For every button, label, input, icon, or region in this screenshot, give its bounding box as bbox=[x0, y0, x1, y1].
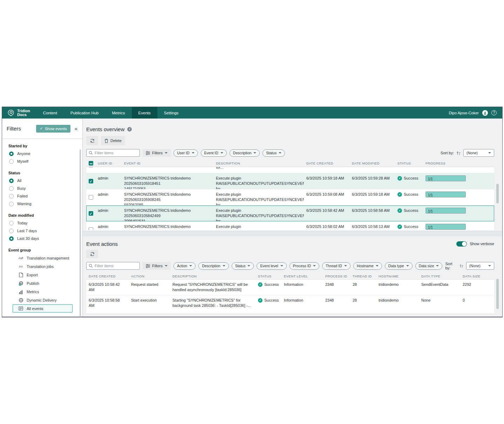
pill-event-level[interactable]: Event level bbox=[257, 262, 286, 270]
events-overview-section: Events overview i Delete bbox=[83, 119, 502, 231]
sort-order-icon[interactable] bbox=[459, 264, 464, 268]
nav-item-publication-hub[interactable]: Publication Hub bbox=[64, 107, 105, 119]
nav-item-events[interactable]: Events bbox=[132, 107, 157, 119]
show-events-button[interactable]: ✓ Show events bbox=[36, 125, 70, 133]
radio-anyone[interactable]: Anyone bbox=[2, 150, 82, 157]
overview-filter-input[interactable] bbox=[95, 151, 137, 155]
status-badge: Success bbox=[404, 176, 418, 181]
table-row[interactable]: admin SYNCHRONIZEMETRICS tridiondemo 202… bbox=[86, 173, 494, 189]
collapse-sidebar-icon[interactable]: « bbox=[73, 126, 79, 132]
col-description: DESCRIPTION bbox=[213, 161, 304, 165]
event-actions-table: DATE CREATED ACTION DESCRIPTION STATUS E… bbox=[86, 273, 494, 314]
col-status: STATUS bbox=[395, 161, 423, 165]
nav-right: Dipo Ajose-Coker ? bbox=[449, 107, 502, 119]
sort-order-icon[interactable] bbox=[456, 151, 461, 155]
event-group-metrics[interactable]: Metrics bbox=[2, 288, 82, 296]
radio-all[interactable]: All bbox=[2, 177, 82, 184]
brand[interactable]: TridionDocs bbox=[2, 107, 36, 119]
radio-warning[interactable]: Warning bbox=[2, 200, 82, 208]
success-icon: ✓ bbox=[397, 192, 402, 197]
pill-thread-id[interactable]: Thread ID bbox=[322, 262, 350, 270]
table-row[interactable]: admin SYNCHRONIZEMETRICS tridiondemo 202… bbox=[86, 222, 494, 230]
user-avatar-icon[interactable] bbox=[482, 110, 488, 116]
col-data-size: DATA SIZE bbox=[460, 274, 494, 278]
filter-group-status: Status All Busy Failed bbox=[2, 165, 82, 208]
success-icon: ✓ bbox=[258, 298, 263, 303]
radio-today[interactable]: Today bbox=[2, 219, 82, 227]
refresh-button[interactable] bbox=[86, 250, 98, 258]
info-icon[interactable]: i bbox=[127, 127, 132, 132]
refresh-icon bbox=[90, 139, 95, 143]
event-group-translation-jobs[interactable]: A≡ Translation jobs bbox=[2, 262, 82, 271]
table-row[interactable]: 6/3/2025 10:58:58 AM Start execution Sta… bbox=[86, 295, 494, 314]
pill-process-id[interactable]: Process ID bbox=[290, 262, 319, 270]
col-data-type: DATA TYPE bbox=[419, 274, 460, 278]
pill-action[interactable]: Action bbox=[173, 262, 196, 270]
nav-item-metrics[interactable]: Metrics bbox=[105, 107, 132, 119]
show-verbose-toggle[interactable] bbox=[456, 241, 467, 247]
chevron-down-icon bbox=[313, 265, 316, 267]
table-row[interactable]: admin SYNCHRONIZEMETRICS tridiondemo 202… bbox=[86, 189, 494, 206]
event-actions-section: Event actions Show verbose bbox=[83, 236, 502, 317]
row-checkbox[interactable] bbox=[89, 195, 93, 200]
pill-event-id[interactable]: Event ID bbox=[201, 149, 227, 157]
col-progress: PROGRESS bbox=[423, 161, 494, 165]
row-checkbox[interactable] bbox=[89, 179, 93, 183]
sidebar-scrollbar[interactable] bbox=[80, 149, 81, 317]
radio-icon bbox=[9, 229, 14, 233]
radio-last-7-days[interactable]: Last 7 days bbox=[2, 227, 82, 235]
refresh-button[interactable] bbox=[86, 136, 98, 145]
event-group-all-events[interactable]: All events bbox=[13, 304, 73, 312]
col-hostname: HOSTNAME bbox=[376, 274, 419, 278]
actions-scrollbar[interactable] bbox=[496, 279, 499, 309]
pill-user-id[interactable]: User ID bbox=[173, 149, 198, 157]
row-checkbox[interactable] bbox=[89, 211, 93, 216]
select-all-checkbox[interactable] bbox=[89, 161, 93, 166]
actions-toolbar bbox=[86, 250, 494, 258]
row-checkbox[interactable] bbox=[89, 167, 93, 167]
event-group-translation-management[interactable]: A⇄ Translation management bbox=[2, 254, 82, 262]
radio-last-30-days[interactable]: Last 30 days bbox=[2, 235, 82, 242]
pill-data-type[interactable]: Data type bbox=[385, 262, 413, 270]
status-badge: Success bbox=[404, 224, 418, 229]
event-group-dynamic-delivery[interactable]: Dynamic Delivery bbox=[2, 296, 82, 304]
radio-failed[interactable]: Failed bbox=[2, 192, 82, 200]
row-checkbox[interactable] bbox=[89, 227, 93, 230]
actions-filter-input[interactable] bbox=[95, 264, 137, 268]
nav-item-content[interactable]: Content bbox=[36, 107, 64, 119]
translation-jobs-icon: A≡ bbox=[18, 264, 23, 269]
check-icon: ✓ bbox=[40, 126, 43, 131]
col-date-created: DATE CREATED bbox=[304, 161, 349, 165]
pill-description[interactable]: Description bbox=[198, 262, 229, 270]
section-divider bbox=[83, 231, 502, 236]
overview-scrollbar[interactable] bbox=[496, 184, 499, 203]
event-actions-title: Event actions bbox=[86, 241, 118, 247]
table-row[interactable]: 1618808989 RAISEPUBLICATIONOUTPUTUPDATES… bbox=[86, 167, 494, 173]
help-icon[interactable]: ? bbox=[491, 110, 497, 115]
pill-status[interactable]: Status bbox=[232, 262, 254, 270]
overview-sort-select[interactable]: (None) bbox=[463, 149, 494, 157]
progress-bar: 1/1 bbox=[425, 175, 466, 181]
radio-icon bbox=[9, 236, 14, 241]
chevron-down-icon bbox=[376, 265, 379, 267]
nav-item-settings[interactable]: Settings bbox=[157, 107, 185, 119]
sort-by-label: Sort by: bbox=[445, 262, 457, 270]
radio-icon bbox=[9, 194, 14, 198]
pill-description[interactable]: Description bbox=[230, 149, 260, 157]
radio-busy[interactable]: Busy bbox=[2, 184, 82, 192]
actions-sort-select[interactable]: (None) bbox=[466, 262, 494, 270]
col-description: DESCRIPTION bbox=[170, 274, 256, 278]
pill-hostname[interactable]: Hostname bbox=[353, 262, 382, 270]
overview-filters-button[interactable]: Filters bbox=[143, 149, 171, 157]
event-group-publish[interactable]: Publish bbox=[2, 279, 82, 288]
event-group-export[interactable]: Export bbox=[2, 271, 82, 279]
delete-button[interactable]: Delete bbox=[101, 136, 125, 145]
actions-filters-button[interactable]: Filters bbox=[143, 262, 171, 270]
pill-status[interactable]: Status bbox=[263, 149, 285, 157]
chevron-down-icon bbox=[344, 265, 347, 267]
progress-bar: 1/1 bbox=[425, 224, 466, 230]
pill-data-size[interactable]: Data size bbox=[415, 262, 443, 270]
table-row[interactable]: 6/3/2025 10:58:42 AM Request started Req… bbox=[86, 280, 494, 295]
table-row[interactable]: admin SYNCHRONIZEMETRICS tridiondemo 202… bbox=[86, 206, 494, 222]
radio-myself[interactable]: Myself bbox=[2, 157, 82, 165]
